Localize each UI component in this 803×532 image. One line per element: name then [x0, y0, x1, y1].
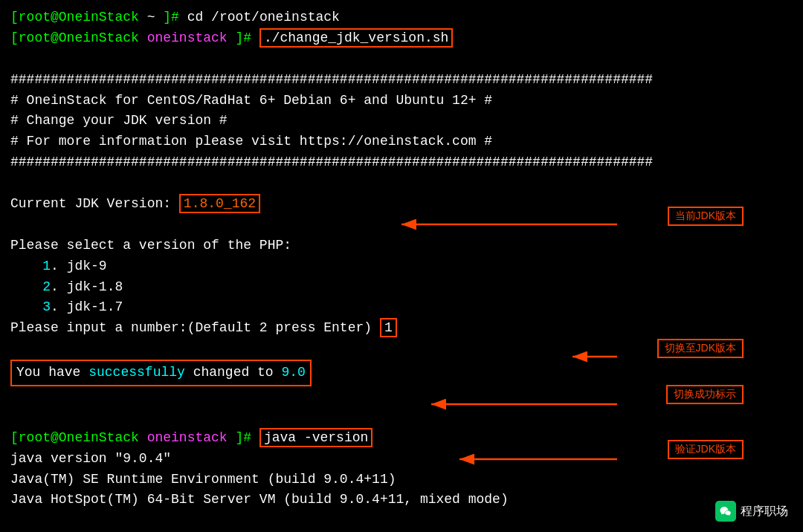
prompt-bracket3: ]# — [235, 430, 251, 445]
java-version-out2: Java(TM) SE Runtime Environment (build 9… — [10, 470, 793, 490]
prompt-dir: oneinstack — [147, 30, 228, 45]
current-jdk-value: 1.8.0_162 — [179, 194, 260, 213]
arrow-switch-success — [0, 394, 803, 416]
java-cmd-highlight: java -version — [259, 428, 373, 447]
arrow-current-jdk — [0, 214, 803, 236]
banner-line1: # OneinStack for CentOS/RadHat 6+ Debian… — [10, 91, 793, 111]
watermark: 程序职场 — [715, 501, 788, 522]
banner-line3: # For more information please visit http… — [10, 132, 793, 152]
java-version-out3: Java HotSpot(TM) 64-Bit Server VM (build… — [10, 490, 793, 510]
prompt-dir2: oneinstack — [147, 430, 228, 445]
input-value-highlight: 1 — [380, 318, 397, 337]
prompt-space: ~ — [147, 10, 155, 25]
select-prompt: Please select a version of the PHP: — [10, 236, 793, 256]
terminal-line-cd: [root@OneinStack ~ ]# cd /root/oneinstac… — [10, 7, 793, 28]
terminal-line-script: [root@OneinStack oneinstack ]# ./change_… — [10, 28, 793, 49]
prompt-bracket: ]# — [163, 10, 179, 25]
prompt-bracket2: ]# — [235, 30, 251, 45]
current-jdk-label: Current JDK Version: — [10, 196, 179, 211]
option-3: 3. jdk-1.7 — [10, 297, 793, 318]
prompt-user3: [root@OneinStack — [10, 430, 139, 445]
banner-hash1: ########################################… — [10, 70, 793, 91]
prompt-user: [root@OneinStack — [10, 10, 139, 25]
input-prompt-line: Please input a number:(Default 2 press E… — [10, 318, 793, 339]
option-1: 1. jdk-9 — [10, 256, 793, 277]
banner-hash2: ########################################… — [10, 152, 793, 173]
watermark-text: 程序职场 — [741, 504, 788, 519]
arrow-verify-version — [0, 449, 803, 471]
banner-line2: # Change your JDK version # — [10, 111, 793, 132]
option-2: 2. jdk-1.8 — [10, 277, 793, 298]
prompt-user2: [root@OneinStack — [10, 30, 139, 45]
script-cmd-highlight: ./change_jdk_version.sh — [259, 28, 453, 48]
wechat-icon — [715, 501, 736, 522]
arrow-switch-version — [0, 346, 803, 369]
